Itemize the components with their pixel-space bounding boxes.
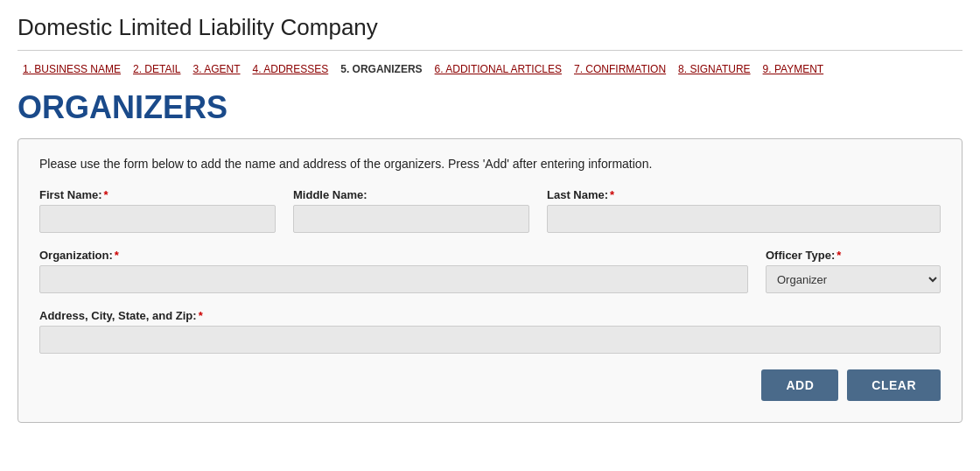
add-button[interactable]: ADD bbox=[761, 369, 838, 401]
org-officer-row: Organization:* Officer Type:* Organizer bbox=[39, 249, 941, 293]
page-title: Domestic Limited Liability Company bbox=[18, 14, 962, 41]
officer-type-select[interactable]: Organizer bbox=[766, 265, 941, 293]
last-name-group: Last Name:* bbox=[547, 188, 941, 233]
address-group: Address, City, State, and Zip:* bbox=[39, 309, 941, 354]
tab-addresses[interactable]: 4. ADDRESSES bbox=[248, 61, 334, 77]
address-row: Address, City, State, and Zip:* bbox=[39, 309, 941, 354]
middle-name-group: Middle Name: bbox=[293, 188, 529, 233]
instruction-text: Please use the form below to add the nam… bbox=[39, 157, 941, 171]
address-label: Address, City, State, and Zip:* bbox=[39, 309, 941, 322]
tab-signature[interactable]: 8. SIGNATURE bbox=[673, 61, 755, 77]
organization-label: Organization:* bbox=[39, 249, 748, 262]
tab-payment[interactable]: 9. PAYMENT bbox=[758, 61, 830, 77]
name-row: First Name:* Middle Name: Last Name:* bbox=[39, 188, 941, 233]
tab-agent[interactable]: 3. AGENT bbox=[188, 61, 246, 77]
middle-name-label: Middle Name: bbox=[293, 188, 529, 201]
tab-additional-articles[interactable]: 6. ADDITIONAL ARTICLES bbox=[430, 61, 567, 77]
nav-tabs: 1. BUSINESS NAME 2. DETAIL 3. AGENT 4. A… bbox=[18, 61, 962, 77]
clear-button[interactable]: CLEAR bbox=[847, 369, 941, 401]
organization-group: Organization:* bbox=[39, 249, 748, 293]
tab-business-name[interactable]: 1. BUSINESS NAME bbox=[18, 61, 126, 77]
officer-type-group: Officer Type:* Organizer bbox=[766, 249, 941, 293]
tab-confirmation[interactable]: 7. CONFIRMATION bbox=[569, 61, 671, 77]
divider bbox=[18, 50, 962, 51]
organization-input[interactable] bbox=[39, 265, 748, 293]
form-card: Please use the form below to add the nam… bbox=[18, 138, 962, 423]
middle-name-input[interactable] bbox=[293, 205, 529, 233]
last-name-input[interactable] bbox=[547, 205, 941, 233]
address-input[interactable] bbox=[39, 326, 941, 354]
tab-organizers[interactable]: 5. ORGANIZERS bbox=[335, 61, 427, 77]
button-row: ADD CLEAR bbox=[39, 369, 941, 401]
tab-detail[interactable]: 2. DETAIL bbox=[128, 61, 186, 77]
officer-type-label: Officer Type:* bbox=[766, 249, 941, 262]
last-name-label: Last Name:* bbox=[547, 188, 941, 201]
first-name-label: First Name:* bbox=[39, 188, 276, 201]
first-name-input[interactable] bbox=[39, 205, 276, 233]
first-name-group: First Name:* bbox=[39, 188, 276, 233]
section-title: ORGANIZERS bbox=[18, 89, 962, 126]
